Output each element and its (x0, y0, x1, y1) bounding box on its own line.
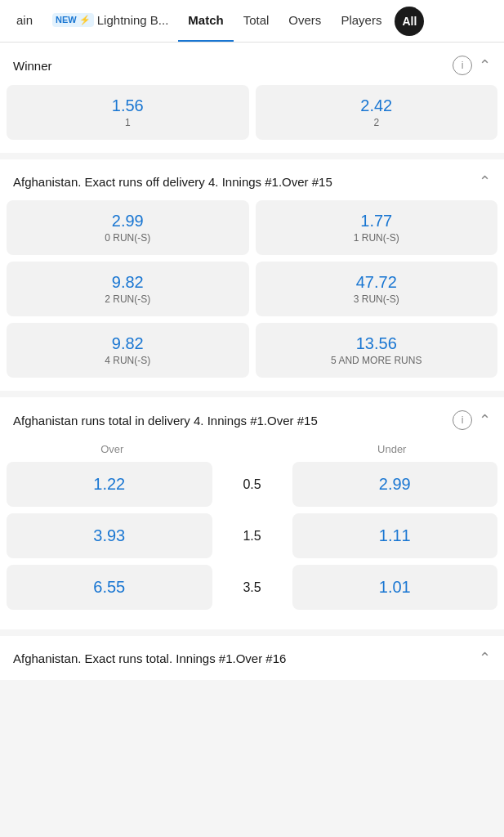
ou-row-2: 6.55 3.5 1.01 (7, 565, 497, 610)
exact-runs-odds-3: 47.72 (356, 273, 397, 292)
runs-total-icons: i ⌃ (453, 410, 491, 430)
exact-runs-cell-1[interactable]: 1.77 1 RUN(-S) (256, 200, 498, 255)
exact-runs-odds-1: 1.77 (360, 212, 392, 231)
ou-row-1: 3.93 1.5 1.11 (7, 513, 497, 558)
nav-item-players[interactable]: Players (331, 0, 391, 43)
ou-over-1[interactable]: 3.93 (7, 513, 212, 558)
nav-item-overs[interactable]: Overs (279, 0, 331, 43)
nav-item-match[interactable]: Match (178, 0, 233, 43)
ou-middle-1: 1.5 (216, 529, 289, 544)
winner-title: Winner (13, 57, 453, 74)
exact-runs-odds-0: 2.99 (112, 212, 144, 231)
ou-header: Over Under (7, 440, 497, 462)
runs-total-section: Afghanistan runs total in delivery 4. In… (0, 397, 504, 629)
bottom-section-title: Afghanistan. Exact runs total. Innings #… (13, 650, 479, 667)
exact-runs-grid: 2.99 0 RUN(-S) 1.77 1 RUN(-S) 9.82 2 RUN… (0, 200, 504, 391)
nav-item-total[interactable]: Total (234, 0, 279, 43)
runs-total-header: Afghanistan runs total in delivery 4. In… (0, 397, 504, 440)
exact-runs-cell-3[interactable]: 47.72 3 RUN(-S) (256, 262, 498, 316)
ou-under-value-2: 1.01 (379, 578, 411, 597)
nav-label-players: Players (341, 13, 381, 27)
exact-runs-cell-0[interactable]: 2.99 0 RUN(-S) (7, 200, 249, 255)
winner-cell-2[interactable]: 2.42 2 (256, 85, 498, 140)
ou-under-value-0: 2.99 (379, 475, 411, 494)
exact-runs-header: Afghanistan. Exact runs off delivery 4. … (0, 159, 504, 200)
winner-odds-grid: 1.56 1 2.42 2 (0, 85, 504, 153)
ou-under-header: Under (293, 443, 492, 455)
runs-total-info-icon[interactable]: i (453, 410, 472, 430)
bottom-chevron-icon[interactable]: ⌃ (479, 649, 491, 667)
ou-over-value-1: 3.93 (93, 526, 125, 545)
exact-runs-chevron-icon[interactable]: ⌃ (479, 172, 491, 190)
ou-table: Over Under 1.22 0.5 2.99 3.93 1.5 (0, 440, 504, 629)
bottom-section-icons: ⌃ (479, 649, 491, 667)
exact-runs-title: Afghanistan. Exact runs off delivery 4. … (13, 173, 479, 190)
ou-row-0: 1.22 0.5 2.99 (7, 462, 497, 507)
ou-middle-2: 3.5 (216, 580, 289, 595)
exact-runs-label-1: 1 RUN(-S) (354, 232, 399, 244)
nav-label-match: Match (188, 13, 223, 27)
winner-odds-2: 2.42 (360, 96, 392, 115)
ou-under-value-1: 1.11 (379, 526, 411, 545)
winner-section-icons: i ⌃ (453, 56, 491, 75)
nav-label-all: All (402, 15, 417, 28)
winner-section-header: Winner i ⌃ (0, 43, 504, 85)
exact-runs-icons: ⌃ (479, 172, 491, 190)
exact-runs-label-3: 3 RUN(-S) (354, 293, 399, 305)
nav-label-main: ain (16, 13, 33, 27)
winner-odds-1: 1.56 (112, 96, 144, 115)
nav-item-lightning[interactable]: NEW ⚡ Lightning B... (42, 0, 178, 43)
exact-runs-label-5: 5 AND MORE RUNS (331, 355, 421, 366)
exact-runs-cell-4[interactable]: 9.82 4 RUN(-S) (7, 323, 249, 378)
nav-label-lightning: Lightning B... (97, 13, 169, 27)
ou-over-value-2: 6.55 (93, 578, 125, 597)
ou-over-header: Over (13, 443, 212, 455)
exact-runs-odds-2: 9.82 (112, 273, 144, 292)
main-content: Winner i ⌃ 1.56 1 2.42 2 Afghanistan. Ex… (0, 43, 504, 680)
ou-under-1[interactable]: 1.11 (292, 513, 498, 558)
winner-section: Winner i ⌃ 1.56 1 2.42 2 (0, 43, 504, 153)
exact-runs-odds-4: 9.82 (112, 334, 144, 353)
bottom-section: Afghanistan. Exact runs total. Innings #… (0, 636, 504, 680)
ou-over-value-0: 1.22 (93, 475, 125, 494)
ou-over-2[interactable]: 6.55 (7, 565, 212, 610)
winner-label-2: 2 (373, 117, 379, 128)
runs-total-title: Afghanistan runs total in delivery 4. In… (13, 412, 453, 429)
exact-runs-cell-2[interactable]: 9.82 2 RUN(-S) (7, 262, 249, 316)
winner-info-icon[interactable]: i (453, 56, 472, 75)
exact-runs-label-0: 0 RUN(-S) (105, 232, 150, 244)
exact-runs-section: Afghanistan. Exact runs off delivery 4. … (0, 159, 504, 391)
nav-item-main[interactable]: ain (7, 0, 42, 43)
ou-under-2[interactable]: 1.01 (292, 565, 498, 610)
nav-item-all[interactable]: All (395, 7, 424, 36)
winner-cell-1[interactable]: 1.56 1 (7, 85, 249, 140)
exact-runs-label-2: 2 RUN(-S) (105, 293, 150, 305)
ou-under-0[interactable]: 2.99 (292, 462, 498, 507)
exact-runs-cell-5[interactable]: 13.56 5 AND MORE RUNS (256, 323, 498, 378)
nav-label-total: Total (243, 13, 270, 27)
winner-label-1: 1 (125, 117, 131, 128)
nav-bar: ain NEW ⚡ Lightning B... Match Total Ove… (0, 0, 504, 43)
runs-total-chevron-icon[interactable]: ⌃ (479, 411, 491, 429)
exact-runs-label-4: 4 RUN(-S) (105, 355, 150, 366)
ou-middle-0: 0.5 (216, 477, 289, 492)
nav-label-overs: Overs (288, 13, 321, 27)
lightning-badge: NEW ⚡ (52, 13, 94, 27)
winner-chevron-icon[interactable]: ⌃ (479, 56, 491, 74)
ou-over-0[interactable]: 1.22 (7, 462, 212, 507)
exact-runs-odds-5: 13.56 (356, 334, 397, 353)
